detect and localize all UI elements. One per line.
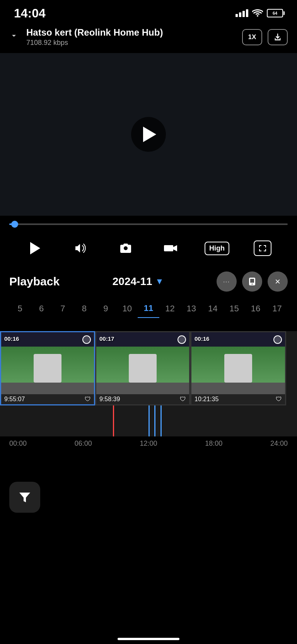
date-item-13[interactable]: 13: [181, 300, 202, 318]
bitrate-label: 7108.92 kbps: [26, 39, 234, 47]
thumb-duration-1: 00:16: [4, 335, 19, 342]
header: Hatso kert (Reolink Home Hub) 7108.92 kb…: [0, 23, 297, 53]
video-player[interactable]: [0, 53, 297, 216]
quality-button[interactable]: High: [205, 237, 229, 260]
date-item-8[interactable]: 8: [73, 300, 95, 318]
date-item-15[interactable]: 15: [224, 300, 245, 318]
date-item-9[interactable]: 9: [95, 300, 116, 318]
thumb-indicator-icon: [82, 335, 91, 344]
playback-section: Playback 2024-11 ▼ ··· × 567891011121314…: [0, 268, 297, 331]
date-item-6[interactable]: 6: [31, 300, 52, 318]
date-item-11[interactable]: 11: [138, 299, 159, 318]
volume-button[interactable]: [68, 237, 92, 260]
date-item-16[interactable]: 16: [245, 300, 266, 318]
thumbnail-partial: [286, 331, 297, 405]
progress-track[interactable]: [9, 223, 288, 225]
timeline[interactable]: [0, 405, 297, 436]
thumb-indicator-icon-2: [178, 335, 186, 344]
play-button[interactable]: [23, 237, 46, 260]
date-strip: 567891011121314151617: [9, 299, 288, 318]
timeline-marker-event-3: [160, 405, 162, 436]
timeline-label-12:00: 12:00: [140, 440, 157, 448]
thumb-indicator-icon-3: [273, 335, 282, 344]
thumb-duration-2: 00:17: [99, 335, 114, 342]
date-chevron-icon: ▼: [155, 276, 164, 287]
progress-bar-container[interactable]: [0, 216, 297, 229]
fullscreen-button[interactable]: [251, 237, 274, 260]
date-item-7[interactable]: 7: [52, 300, 73, 318]
quality-label: High: [205, 242, 229, 255]
thumb-meta-1: 9:55:07 🛡: [1, 394, 94, 404]
status-icons: 64: [236, 8, 283, 19]
play-icon: [143, 127, 156, 142]
status-bar: 14:04 64: [0, 0, 297, 23]
timeline-label-00:00: 00:00: [9, 440, 27, 448]
speed-button[interactable]: 1X: [242, 29, 262, 45]
timeline-marker-current: [113, 405, 114, 436]
timeline-label-24:00: 24:00: [270, 440, 288, 448]
thumb-shield-icon-2: 🛡: [180, 396, 186, 403]
playback-actions: ··· ×: [217, 271, 288, 292]
thumb-meta-2: 9:58:39 🛡: [96, 394, 189, 404]
thumbnails-row: 00:16 9:55:07 🛡 00:17 9:58:39 🛡 00:16: [0, 331, 297, 405]
thumbnail-2[interactable]: 00:17 9:58:39 🛡: [95, 331, 190, 405]
thumb-duration-3: 00:16: [195, 335, 209, 342]
date-item-14[interactable]: 14: [202, 300, 224, 318]
signal-icon: [236, 9, 248, 17]
header-info: Hatso kert (Reolink Home Hub) 7108.92 kb…: [26, 27, 234, 47]
progress-thumb[interactable]: [11, 221, 18, 228]
date-item-10[interactable]: 10: [116, 300, 138, 318]
header-actions: 1X: [242, 29, 288, 45]
timeline-label-18:00: 18:00: [205, 440, 222, 448]
thumb-shield-icon-1: 🛡: [85, 396, 91, 403]
wifi-icon: [252, 8, 263, 19]
screenshot-button[interactable]: [114, 237, 137, 260]
play-button-large[interactable]: [131, 117, 166, 152]
bottom-area: [0, 451, 297, 528]
date-item-5[interactable]: 5: [9, 300, 31, 318]
timeline-labels: 00:0006:0012:0018:0024:00: [0, 436, 297, 451]
date-item-17[interactable]: 17: [266, 300, 288, 318]
thumb-meta-3: 10:21:35 🛡: [191, 394, 285, 404]
timeline-label-06:00: 06:00: [75, 440, 92, 448]
more-options-button[interactable]: ···: [217, 271, 237, 292]
date-selector[interactable]: 2024-11 ▼: [113, 275, 164, 288]
date-item-12[interactable]: 12: [159, 300, 181, 318]
controls-row: High: [0, 229, 297, 268]
filter-icon: [18, 490, 32, 504]
home-indicator: [118, 638, 179, 640]
thumb-time-1: 9:55:07: [4, 396, 25, 403]
timeline-marker-event-2: [154, 405, 155, 436]
back-button[interactable]: [9, 31, 19, 43]
record-button[interactable]: [160, 237, 183, 260]
thumb-time-2: 9:58:39: [99, 396, 120, 403]
thumbnail-1[interactable]: 00:16 9:55:07 🛡: [0, 331, 95, 405]
thumb-time-3: 10:21:35: [195, 396, 218, 403]
camera-title: Hatso kert (Reolink Home Hub): [26, 27, 234, 38]
filter-button[interactable]: [9, 482, 40, 513]
download-button[interactable]: [268, 29, 288, 45]
close-button[interactable]: ×: [268, 271, 288, 292]
battery-icon: 64: [267, 9, 283, 17]
thumb-shield-icon-3: 🛡: [276, 396, 282, 403]
timeline-marker-event-1: [148, 405, 150, 436]
playback-header: Playback 2024-11 ▼ ··· ×: [9, 271, 288, 292]
device-button[interactable]: [242, 271, 262, 292]
status-time: 14:04: [14, 6, 46, 21]
date-text: 2024-11: [113, 275, 152, 288]
play-icon: [30, 242, 40, 254]
playback-title: Playback: [9, 275, 60, 288]
thumbnail-3[interactable]: 00:16 10:21:35 🛡: [190, 331, 286, 405]
